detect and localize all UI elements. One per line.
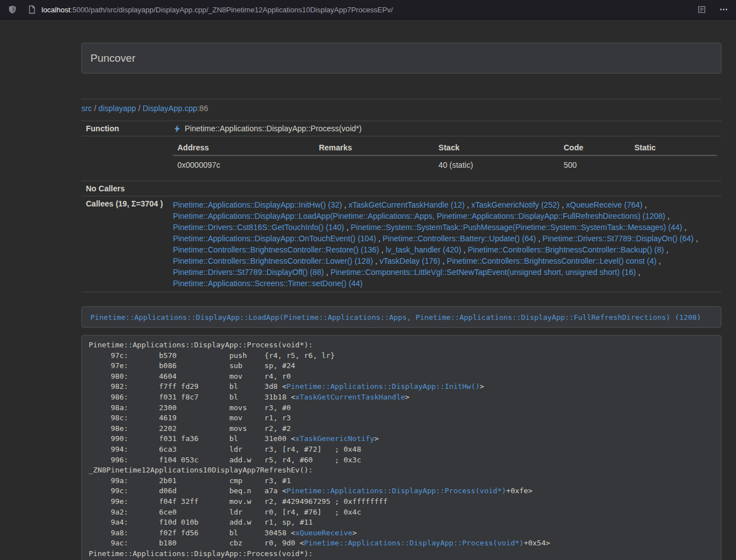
callee-link[interactable]: Pinetime::Drivers::St7789::DisplayOn() (… bbox=[542, 234, 693, 243]
callee-link[interactable]: Pinetime::Drivers::St7789::DisplayOff() … bbox=[173, 268, 324, 277]
callers-row: No Callers bbox=[81, 181, 721, 196]
callee-separator: , bbox=[465, 200, 472, 209]
callee-link[interactable]: Pinetime::Applications::DisplayApp::OnTo… bbox=[173, 234, 376, 243]
callee-separator: , bbox=[642, 200, 647, 209]
callee-separator: , bbox=[440, 256, 447, 265]
callee-separator: , bbox=[694, 234, 698, 243]
callee-separator: , bbox=[682, 223, 687, 232]
callee-link[interactable]: Pinetime::System::SystemTask::PushMessag… bbox=[351, 223, 683, 232]
callees-label: Callees (19, Σ=3704 ) bbox=[81, 196, 168, 292]
callee-link[interactable]: Pinetime::Applications::DisplayApp::Load… bbox=[173, 212, 665, 221]
callee-link[interactable]: Pinetime::Applications::Screens::Timer::… bbox=[173, 279, 363, 288]
callees-row: Callees (19, Σ=3704 ) Pinetime::Applicat… bbox=[81, 196, 721, 292]
callee-link[interactable]: Pinetime::Drivers::Cst816S::GetTouchInfo… bbox=[173, 223, 344, 232]
callee-link[interactable]: vTaskDelay (176) bbox=[380, 256, 440, 265]
reader-mode-icon[interactable] bbox=[697, 5, 706, 14]
callee-separator: , bbox=[461, 245, 468, 254]
callees-list: Pinetime::Applications::DisplayApp::Init… bbox=[168, 196, 721, 292]
callee-separator: , bbox=[379, 245, 386, 254]
page-container: Puncover src / displayapp / DisplayApp.c… bbox=[81, 43, 721, 560]
code-symbol-link[interactable]: Pinetime::Applications::DisplayApp::Proc… bbox=[286, 486, 506, 495]
disassembly-block: Pinetime::Applications::DisplayApp::Proc… bbox=[81, 335, 721, 560]
callee-link[interactable]: Pinetime::Controllers::BrightnessControl… bbox=[447, 256, 656, 265]
page-icon bbox=[28, 5, 36, 14]
stats-value-cell bbox=[314, 155, 434, 175]
symbol-stats-table: AddressRemarksStackCodeStatic 0x0000097c… bbox=[173, 140, 717, 175]
url-path: :5000/path/src/displayapp/DisplayApp.cpp… bbox=[70, 6, 393, 14]
stats-value-row: 0x0000097c40 (static)500 bbox=[173, 155, 717, 175]
stats-value-cell: 40 (static) bbox=[434, 155, 559, 175]
code-symbol-link[interactable]: xTaskGenericNotify bbox=[295, 434, 374, 443]
callee-separator: , bbox=[665, 212, 670, 221]
function-name: Pinetime::Applications::DisplayApp::Proc… bbox=[185, 124, 362, 133]
breadcrumb-line-number: :86 bbox=[197, 104, 208, 113]
callee-link[interactable]: xTaskGenericNotify (252) bbox=[471, 200, 559, 209]
breadcrumb-link[interactable]: src bbox=[81, 104, 92, 113]
callee-link[interactable]: Pinetime::Controllers::Battery::Update()… bbox=[383, 234, 536, 243]
callee-link[interactable]: xTaskGetCurrentTaskHandle (12) bbox=[349, 200, 465, 209]
callee-separator: , bbox=[344, 223, 351, 232]
callee-separator: , bbox=[636, 268, 641, 277]
stats-value-cell: 0x0000097c bbox=[173, 155, 314, 175]
breadcrumb-link[interactable]: displayapp bbox=[98, 104, 136, 113]
symbol-heading-link[interactable]: Pinetime::Applications::DisplayApp::Load… bbox=[90, 313, 701, 322]
callee-link[interactable]: Pinetime::Controllers::BrightnessControl… bbox=[468, 245, 664, 254]
stats-column-header: Code bbox=[559, 140, 630, 155]
callee-link[interactable]: Pinetime::Controllers::BrightnessControl… bbox=[173, 256, 373, 265]
callee-separator: , bbox=[373, 256, 380, 265]
code-symbol-link[interactable]: Pinetime::Applications::DisplayApp::Proc… bbox=[304, 539, 524, 547]
stats-column-header: Remarks bbox=[314, 140, 434, 155]
breadcrumb-separator: / bbox=[136, 104, 143, 113]
callee-separator: , bbox=[376, 234, 383, 243]
callee-separator: , bbox=[656, 256, 661, 265]
function-row: Function Pinetime::Applications::Display… bbox=[81, 121, 721, 136]
stats-value-cell bbox=[630, 155, 717, 175]
brand-link[interactable]: Puncover bbox=[90, 52, 135, 65]
app-navbar: Puncover bbox=[81, 43, 721, 74]
function-icon bbox=[173, 125, 181, 133]
callee-separator: , bbox=[342, 200, 349, 209]
function-table: Function Pinetime::Applications::Display… bbox=[81, 121, 721, 292]
code-symbol-link[interactable]: Pinetime::Applications::DisplayApp::Init… bbox=[286, 382, 479, 391]
breadcrumb: src / displayapp / DisplayApp.cpp:86 bbox=[81, 103, 721, 113]
divider bbox=[81, 99, 721, 99]
function-label: Function bbox=[81, 121, 168, 136]
callee-separator: , bbox=[560, 200, 566, 209]
stats-column-header: Address bbox=[173, 140, 314, 155]
callee-link[interactable]: Pinetime::Components::LittleVgl::SetNewT… bbox=[331, 268, 636, 277]
callee-link[interactable]: Pinetime::Applications::DisplayApp::Init… bbox=[173, 200, 342, 209]
stats-value-cell: 500 bbox=[559, 155, 630, 175]
stats-header-row: AddressRemarksStackCodeStatic bbox=[173, 140, 717, 155]
breadcrumb-link[interactable]: DisplayApp.cpp bbox=[143, 104, 197, 113]
code-symbol-link[interactable]: xTaskGetCurrentTaskHandle bbox=[295, 393, 405, 401]
stats-row: AddressRemarksStackCodeStatic 0x0000097c… bbox=[81, 136, 721, 181]
callee-separator: , bbox=[664, 245, 669, 254]
url-host: localhost bbox=[42, 6, 70, 14]
shield-icon[interactable] bbox=[8, 5, 17, 14]
browser-toolbar: localhost:5000/path/src/displayapp/Displ… bbox=[0, 0, 736, 20]
callee-link[interactable]: Pinetime::Controllers::BrightnessControl… bbox=[173, 245, 379, 254]
stats-column-header: Static bbox=[630, 140, 717, 155]
callee-link[interactable]: lv_task_handler (420) bbox=[386, 245, 461, 254]
callee-link[interactable]: xQueueReceive (764) bbox=[566, 200, 642, 209]
symbol-heading-panel: Pinetime::Applications::DisplayApp::Load… bbox=[81, 306, 721, 328]
code-symbol-link[interactable]: xQueueReceive bbox=[295, 529, 353, 537]
url-bar[interactable]: localhost:5000/path/src/displayapp/Displ… bbox=[28, 5, 393, 14]
no-callers-label: No Callers bbox=[81, 181, 168, 196]
callee-separator: , bbox=[536, 234, 543, 243]
menu-dots-icon[interactable] bbox=[719, 5, 728, 14]
callee-separator: , bbox=[324, 268, 331, 277]
breadcrumb-separator: / bbox=[92, 104, 99, 113]
stats-column-header: Stack bbox=[434, 140, 559, 155]
